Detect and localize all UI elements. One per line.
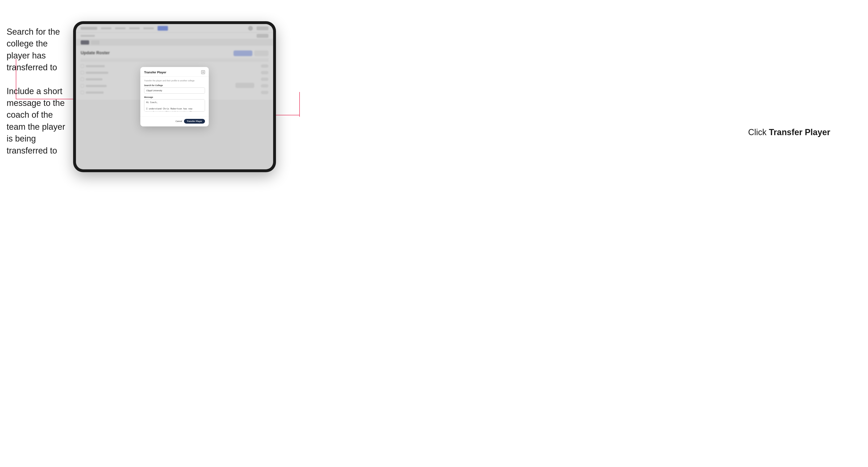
right-text-prefix: Click bbox=[748, 127, 769, 137]
tablet-frame: Update Roster bbox=[73, 21, 276, 172]
cancel-button[interactable]: Cancel bbox=[176, 120, 182, 122]
annotation-text-2: Include a short message to the coach of … bbox=[7, 85, 70, 157]
modal-close-button[interactable]: × bbox=[201, 70, 205, 74]
transfer-player-button[interactable]: Transfer Player bbox=[184, 119, 205, 124]
message-field-label: Message bbox=[144, 96, 205, 98]
modal-body: Transfer the player and their profile to… bbox=[140, 76, 209, 116]
modal-footer: Cancel Transfer Player bbox=[140, 116, 209, 126]
modal-header: Transfer Player × bbox=[140, 67, 209, 76]
right-annotation: Click Transfer Player bbox=[748, 127, 830, 137]
right-text-bold: Transfer Player bbox=[769, 127, 830, 137]
message-textarea[interactable]: Hi Coach, I understand Chris Robertson h… bbox=[144, 99, 205, 112]
college-field-label: Search for College bbox=[144, 84, 205, 87]
transfer-player-modal: Transfer Player × Transfer the player an… bbox=[140, 67, 209, 126]
modal-overlay: Transfer Player × Transfer the player an… bbox=[76, 24, 273, 169]
annotation-text-1: Search for the college the player has tr… bbox=[7, 26, 70, 73]
college-search-input[interactable] bbox=[144, 88, 205, 94]
modal-title: Transfer Player bbox=[144, 70, 166, 74]
left-annotation: Search for the college the player has tr… bbox=[7, 26, 70, 168]
tablet-screen: Update Roster bbox=[76, 24, 273, 169]
modal-description: Transfer the player and their profile to… bbox=[144, 80, 205, 82]
